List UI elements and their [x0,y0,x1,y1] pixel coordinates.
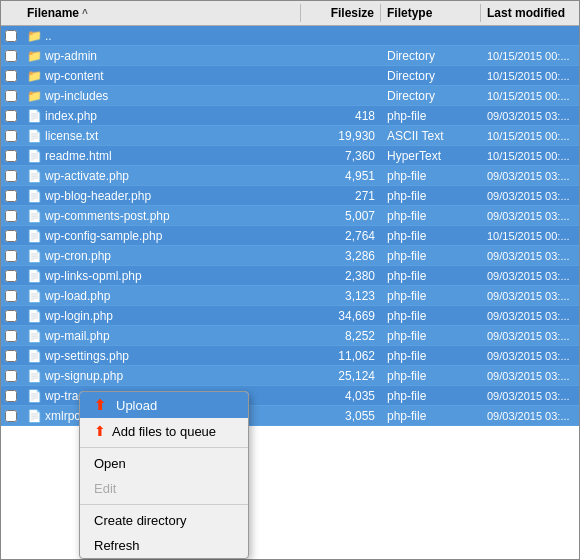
filename-value: index.php [45,109,97,123]
table-row[interactable]: wp-blog-header.php 271 php-file 09/03/20… [1,186,579,206]
row-checkbox-cell [1,170,21,182]
row-checkbox[interactable] [5,350,17,362]
row-checkbox-cell [1,370,21,382]
menu-create-directory[interactable]: Create directory [80,508,248,533]
edit-label: Edit [94,481,116,496]
row-checkbox[interactable] [5,70,17,82]
row-checkbox[interactable] [5,390,17,402]
row-checkbox[interactable] [5,50,17,62]
table-row[interactable]: wp-includes Directory 10/15/2015 00:... [1,86,579,106]
row-checkbox[interactable] [5,130,17,142]
table-row[interactable]: wp-content Directory 10/15/2015 00:... [1,66,579,86]
filename-value: wp-content [45,69,104,83]
create-directory-label: Create directory [94,513,186,528]
cell-filetype: HyperText [381,149,481,163]
cell-lastmod: 09/03/2015 03:... [481,370,579,382]
table-row[interactable]: wp-config-sample.php 2,764 php-file 10/1… [1,226,579,246]
table-row[interactable]: readme.html 7,360 HyperText 10/15/2015 0… [1,146,579,166]
row-checkbox[interactable] [5,330,17,342]
cell-lastmod: 09/03/2015 03:... [481,210,579,222]
sort-arrow: ^ [82,8,88,19]
row-checkbox[interactable] [5,370,17,382]
row-checkbox-cell [1,230,21,242]
table-row[interactable]: wp-mail.php 8,252 php-file 09/03/2015 03… [1,326,579,346]
table-row[interactable]: wp-load.php 3,123 php-file 09/03/2015 03… [1,286,579,306]
cell-filename: wp-content [21,69,301,83]
cell-filename: wp-settings.php [21,349,301,363]
row-checkbox[interactable] [5,310,17,322]
table-row[interactable]: wp-links-opml.php 2,380 php-file 09/03/2… [1,266,579,286]
row-checkbox-cell [1,210,21,222]
cell-filename: wp-admin [21,49,301,63]
row-checkbox[interactable] [5,110,17,122]
cell-lastmod: 09/03/2015 03:... [481,290,579,302]
menu-open[interactable]: Open [80,451,248,476]
column-filesize[interactable]: Filesize [301,4,381,22]
file-icon [27,189,41,203]
row-checkbox-cell [1,290,21,302]
menu-refresh[interactable]: Refresh [80,533,248,558]
folder-icon [27,69,41,83]
row-checkbox[interactable] [5,90,17,102]
row-checkbox[interactable] [5,190,17,202]
cell-lastmod: 10/15/2015 00:... [481,130,579,142]
cell-filename: readme.html [21,149,301,163]
cell-filetype: php-file [381,109,481,123]
cell-filesize: 3,286 [301,249,381,263]
table-row[interactable]: .. [1,26,579,46]
table-row[interactable]: license.txt 19,930 ASCII Text 10/15/2015… [1,126,579,146]
row-checkbox[interactable] [5,210,17,222]
table-row[interactable]: wp-login.php 34,669 php-file 09/03/2015 … [1,306,579,326]
file-icon [27,289,41,303]
column-filetype[interactable]: Filetype [381,4,481,22]
cell-filetype: php-file [381,269,481,283]
upload-icon [94,397,110,413]
file-icon [27,109,41,123]
row-checkbox[interactable] [5,170,17,182]
filename-value: wp-settings.php [45,349,129,363]
cell-filetype: ASCII Text [381,129,481,143]
row-checkbox[interactable] [5,250,17,262]
column-filename[interactable]: Filename ^ [21,4,301,22]
menu-add-queue[interactable]: Add files to queue [80,418,248,444]
cell-filetype: php-file [381,229,481,243]
row-checkbox[interactable] [5,410,17,422]
filesize-label: Filesize [331,6,374,20]
header-checkbox-cell [1,4,21,22]
table-row[interactable]: wp-activate.php 4,951 php-file 09/03/201… [1,166,579,186]
row-checkbox[interactable] [5,150,17,162]
row-checkbox[interactable] [5,230,17,242]
menu-upload[interactable]: Upload [80,392,248,418]
filename-value: wp-login.php [45,309,113,323]
table-row[interactable]: wp-cron.php 3,286 php-file 09/03/2015 03… [1,246,579,266]
cell-filesize: 4,951 [301,169,381,183]
row-checkbox[interactable] [5,30,17,42]
filename-value: wp-comments-post.php [45,209,170,223]
row-checkbox-cell [1,90,21,102]
filename-value: wp-includes [45,89,108,103]
cell-filesize: 2,380 [301,269,381,283]
file-icon [27,369,41,383]
table-row[interactable]: wp-comments-post.php 5,007 php-file 09/0… [1,206,579,226]
cell-lastmod: 10/15/2015 00:... [481,70,579,82]
cell-filesize: 2,764 [301,229,381,243]
cell-filesize: 8,252 [301,329,381,343]
cell-filename: wp-signup.php [21,369,301,383]
table-row[interactable]: wp-settings.php 11,062 php-file 09/03/20… [1,346,579,366]
cell-filetype: php-file [381,169,481,183]
cell-filename: wp-config-sample.php [21,229,301,243]
column-lastmod[interactable]: Last modified [481,4,579,22]
cell-filesize: 19,930 [301,129,381,143]
table-row[interactable]: wp-signup.php 25,124 php-file 09/03/2015… [1,366,579,386]
cell-filetype: Directory [381,69,481,83]
cell-filetype: Directory [381,49,481,63]
cell-filetype: php-file [381,189,481,203]
refresh-label: Refresh [94,538,140,553]
cell-filetype: php-file [381,349,481,363]
file-icon [27,149,41,163]
row-checkbox[interactable] [5,270,17,282]
table-row[interactable]: wp-admin Directory 10/15/2015 00:... [1,46,579,66]
cell-filesize: 25,124 [301,369,381,383]
table-row[interactable]: index.php 418 php-file 09/03/2015 03:... [1,106,579,126]
row-checkbox[interactable] [5,290,17,302]
